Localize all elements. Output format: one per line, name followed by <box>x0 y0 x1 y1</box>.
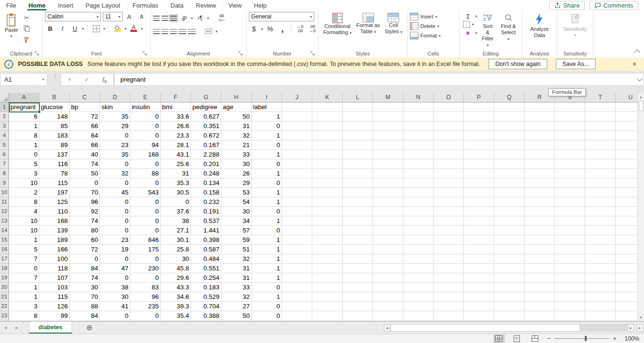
cell-G17[interactable]: 0.484 <box>191 254 221 264</box>
cell-F12[interactable]: 37.6 <box>161 207 191 216</box>
cell-C15[interactable]: 60 <box>70 235 100 245</box>
column-header-D[interactable]: D <box>100 93 130 102</box>
cell-J1[interactable] <box>282 102 312 112</box>
cell-A19[interactable]: 7 <box>9 273 39 283</box>
cell-C19[interactable]: 74 <box>70 273 100 283</box>
cell-T23[interactable] <box>585 311 616 321</box>
cell-E20[interactable]: 83 <box>130 283 161 292</box>
text-direction-icon[interactable]: ›¶ <box>195 13 205 23</box>
cell-F10[interactable]: 30.5 <box>161 188 191 197</box>
decrease-decimal-icon[interactable]: .00→0 <box>307 24 317 34</box>
cell-Q22[interactable] <box>494 302 525 311</box>
cell-P18[interactable] <box>464 264 494 273</box>
cell-E12[interactable]: 0 <box>130 207 161 216</box>
cell-A22[interactable]: 3 <box>9 302 39 311</box>
column-header-N[interactable]: N <box>403 93 434 102</box>
top-align-icon[interactable] <box>153 16 160 21</box>
cell-B6[interactable]: 137 <box>39 150 70 159</box>
cell-M1[interactable] <box>373 102 403 112</box>
cell-O3[interactable] <box>434 121 464 131</box>
cell-D6[interactable]: 35 <box>100 150 130 159</box>
scroll-up-icon[interactable]: ▴ <box>640 93 642 101</box>
cell-U18[interactable] <box>616 264 637 273</box>
cell-R3[interactable] <box>525 121 555 131</box>
cell-R8[interactable] <box>525 169 555 178</box>
cell-Q9[interactable] <box>494 178 525 188</box>
cell-C7[interactable]: 74 <box>70 159 100 169</box>
percent-icon[interactable]: % <box>265 24 275 34</box>
cell-A15[interactable]: 1 <box>9 235 39 245</box>
analyze-data-button[interactable]: Analyze Data <box>528 12 551 39</box>
row-header-4[interactable]: 4 <box>0 131 9 140</box>
cell-B15[interactable]: 189 <box>39 235 70 245</box>
cell-L19[interactable] <box>343 273 373 283</box>
cell-L16[interactable] <box>343 245 373 254</box>
cell-S11[interactable] <box>555 197 585 207</box>
cell-T8[interactable] <box>585 169 616 178</box>
cell-S3[interactable] <box>555 121 585 131</box>
cell-U1[interactable] <box>616 102 637 112</box>
cell-E16[interactable]: 175 <box>130 245 161 254</box>
scroll-down-icon[interactable]: ▾ <box>640 314 642 321</box>
cell-N22[interactable] <box>403 302 434 311</box>
cell-O15[interactable] <box>434 235 464 245</box>
cell-C21[interactable]: 70 <box>70 292 100 302</box>
cell-L2[interactable] <box>343 112 373 121</box>
tab-view[interactable]: View <box>222 0 248 10</box>
horizontal-scroll-thumb[interactable] <box>390 324 580 332</box>
cell-K12[interactable] <box>312 207 343 216</box>
row-header-1[interactable]: 1 <box>0 102 9 112</box>
cell-N1[interactable] <box>403 102 434 112</box>
cell-G2[interactable]: 0.627 <box>191 112 221 121</box>
collapse-ribbon-icon[interactable] <box>634 49 640 56</box>
cell-G6[interactable]: 2.288 <box>191 150 221 159</box>
column-header-O[interactable]: O <box>434 93 464 102</box>
cell-Q20[interactable] <box>494 283 525 292</box>
cell-I8[interactable]: 1 <box>252 169 282 178</box>
cell-R23[interactable] <box>525 311 555 321</box>
cell-A12[interactable]: 4 <box>9 207 39 216</box>
increase-indent-icon[interactable] <box>188 29 196 34</box>
cell-H20[interactable]: 33 <box>221 283 252 292</box>
cell-A10[interactable]: 2 <box>9 188 39 197</box>
cell-R9[interactable] <box>525 178 555 188</box>
cell-U9[interactable] <box>616 178 637 188</box>
cell-E18[interactable]: 230 <box>130 264 161 273</box>
cell-H13[interactable]: 34 <box>221 216 252 226</box>
cell-H9[interactable]: 29 <box>221 178 252 188</box>
cell-O17[interactable] <box>434 254 464 264</box>
cell-D4[interactable]: 0 <box>100 131 130 140</box>
align-left-icon[interactable] <box>153 29 160 34</box>
cell-I6[interactable]: 1 <box>252 150 282 159</box>
cell-G5[interactable]: 0.167 <box>191 140 221 150</box>
cell-A21[interactable]: 1 <box>9 292 39 302</box>
cell-T15[interactable] <box>585 235 616 245</box>
cell-B12[interactable]: 110 <box>39 207 70 216</box>
cell-G10[interactable]: 0.158 <box>191 188 221 197</box>
cell-M8[interactable] <box>373 169 403 178</box>
cell-P1[interactable] <box>464 102 494 112</box>
cell-E14[interactable]: 0 <box>130 226 161 235</box>
cell-L14[interactable] <box>343 226 373 235</box>
cell-G1[interactable]: pedigree <box>191 102 221 112</box>
cell-K14[interactable] <box>312 226 343 235</box>
cell-F20[interactable]: 43.3 <box>161 283 191 292</box>
cell-H14[interactable]: 57 <box>221 226 252 235</box>
column-header-C[interactable]: C <box>70 93 100 102</box>
cell-I17[interactable]: 1 <box>252 254 282 264</box>
cell-C23[interactable]: 84 <box>70 311 100 321</box>
cell-C9[interactable]: 0 <box>70 178 100 188</box>
cell-B3[interactable]: 85 <box>39 121 70 131</box>
sensitivity-button[interactable]: Sensitivity ▾ <box>561 12 590 39</box>
cell-J15[interactable] <box>282 235 312 245</box>
cell-C6[interactable]: 40 <box>70 150 100 159</box>
cell-U10[interactable] <box>616 188 637 197</box>
row-header-22[interactable]: 22 <box>0 302 9 311</box>
cell-P3[interactable] <box>464 121 494 131</box>
cell-styles-button[interactable]: Cell Styles ▾ <box>382 12 405 36</box>
cell-T4[interactable] <box>585 131 616 140</box>
cell-C17[interactable]: 0 <box>70 254 100 264</box>
cell-P2[interactable] <box>464 112 494 121</box>
cell-M19[interactable] <box>373 273 403 283</box>
new-sheet-icon[interactable]: ⊕ <box>81 322 98 334</box>
